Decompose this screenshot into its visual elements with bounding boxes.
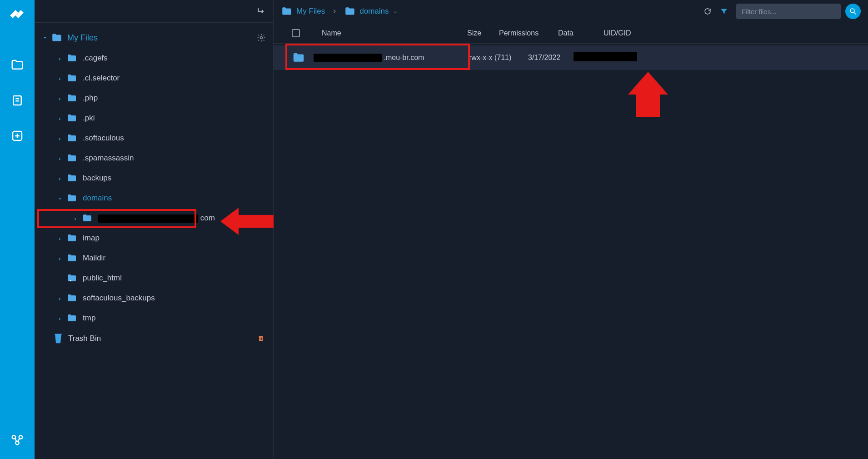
nav-notes-icon[interactable]	[10, 94, 24, 107]
tree-root-item[interactable]: My Files	[37, 27, 273, 48]
folder-icon	[281, 5, 293, 17]
filter-icon[interactable]	[720, 7, 728, 15]
chevron-right-icon	[57, 135, 63, 141]
tree-item-label: softaculous_backups	[83, 294, 155, 303]
col-header-date[interactable]: Data	[558, 29, 604, 37]
svg-rect-13	[259, 336, 263, 341]
tree-toolbar	[35, 0, 273, 23]
folder-icon	[82, 213, 93, 224]
tree-item-label: com	[98, 214, 215, 223]
svg-point-11	[260, 37, 263, 39]
tree-item[interactable]: tmp	[37, 308, 273, 328]
trash-label: Trash Bin	[68, 334, 101, 343]
tree-item[interactable]: .pki	[37, 108, 273, 128]
search-button[interactable]	[845, 4, 861, 19]
redacted-text	[574, 52, 637, 61]
tree-item-trash[interactable]: Trash Bin	[37, 328, 273, 349]
chevron-down-icon[interactable]	[393, 9, 398, 14]
folder-icon	[66, 313, 77, 324]
folder-icon	[66, 233, 77, 244]
tree-root: My Files .cagefs .cl.selector .php .pki	[35, 23, 273, 459]
folder-icon	[66, 93, 77, 104]
tree-item-label: .spamassassin	[83, 154, 134, 163]
tree-item[interactable]: .softaculous	[37, 128, 273, 148]
row-uidgid	[574, 52, 642, 63]
refresh-icon[interactable]	[703, 7, 712, 15]
row-date: 3/17/2022	[528, 54, 574, 62]
col-header-name[interactable]: Name	[322, 29, 467, 37]
tree-item-public-html[interactable]: public_html	[37, 268, 273, 288]
folder-icon	[66, 53, 77, 64]
chevron-right-icon	[57, 235, 63, 241]
tree-item-label: public_html	[83, 274, 122, 283]
folder-icon	[344, 5, 356, 17]
redacted-text	[314, 54, 382, 62]
app-logo-icon	[8, 6, 26, 25]
col-header-uidgid[interactable]: UID/GID	[604, 29, 672, 37]
tree-item[interactable]: backups	[37, 168, 273, 188]
tree-root-label: My Files	[67, 33, 98, 43]
row-name-suffix: .meu-br.com	[384, 54, 424, 61]
col-header-size[interactable]: Size	[467, 29, 499, 37]
tree-item-label: backups	[83, 174, 111, 183]
content-panel: My Files domains Name Size Permissions D…	[274, 0, 868, 459]
tree-item[interactable]: softaculous_backups	[37, 288, 273, 308]
redacted-text	[98, 215, 198, 223]
table-row[interactable]: .meu-br.com rwx-x-x (711) 3/17/2022	[274, 45, 868, 70]
folder-icon	[66, 113, 77, 124]
tree-item[interactable]: .cl.selector	[37, 68, 273, 88]
folder-icon	[66, 153, 77, 164]
gear-icon[interactable]	[257, 33, 266, 42]
chevron-down-icon	[57, 195, 63, 201]
chevron-right-icon	[57, 175, 63, 181]
tree-item[interactable]: .php	[37, 88, 273, 108]
tree-item[interactable]: .spamassassin	[37, 148, 273, 168]
tree-item[interactable]: Maildir	[37, 248, 273, 268]
folder-icon	[66, 193, 77, 204]
breadcrumb-myfiles[interactable]: My Files	[296, 7, 325, 16]
chevron-right-icon	[57, 55, 63, 61]
svg-line-17	[854, 12, 856, 15]
tree-item-label: .softaculous	[83, 134, 124, 143]
tree-item-label: .pki	[83, 114, 95, 123]
tree-item-label: tmp	[83, 314, 95, 323]
chevron-down-icon	[42, 35, 48, 41]
folder-icon	[51, 32, 63, 44]
chevron-right-icon	[57, 115, 63, 121]
tree-item-label: .php	[83, 94, 98, 103]
chevron-right-icon	[57, 155, 63, 161]
row-permissions: rwx-x-x (711)	[469, 54, 528, 62]
chevron-right-icon	[57, 75, 63, 81]
enter-icon[interactable]	[257, 7, 266, 16]
chevron-right-icon	[57, 95, 63, 101]
content-toolbar: My Files domains	[274, 0, 868, 23]
tree-item[interactable]: .cagefs	[37, 48, 273, 68]
delete-icon[interactable]	[258, 335, 264, 342]
table-header: Name Size Permissions Data UID/GID	[274, 23, 868, 44]
nav-settings-icon[interactable]	[10, 433, 24, 446]
tree-item-label: Maildir	[83, 254, 105, 263]
annotation-arrow-up	[628, 72, 668, 117]
filter-input[interactable]	[736, 4, 841, 19]
col-header-permissions[interactable]: Permissions	[499, 29, 558, 37]
breadcrumb-domains[interactable]: domains	[359, 7, 389, 16]
domain-suffix: com	[200, 214, 215, 222]
folder-shortcut-icon	[66, 273, 77, 284]
folder-icon	[66, 173, 77, 184]
chevron-right-icon	[57, 255, 63, 261]
tree-item-label: imap	[83, 234, 100, 243]
nav-files-icon[interactable]	[10, 58, 24, 72]
folder-icon	[66, 253, 77, 264]
svg-rect-12	[55, 334, 62, 335]
folder-icon	[292, 51, 305, 65]
tree-item-label: domains	[83, 194, 112, 203]
row-name: .meu-br.com	[314, 54, 424, 62]
folder-icon	[66, 133, 77, 144]
tree-item-domains[interactable]: domains	[37, 188, 273, 208]
chevron-right-icon	[57, 315, 63, 321]
nav-add-icon[interactable]	[10, 129, 24, 143]
folder-icon	[66, 73, 77, 84]
select-all-checkbox[interactable]	[292, 29, 300, 37]
icon-rail	[0, 0, 35, 459]
svg-point-16	[850, 9, 854, 13]
